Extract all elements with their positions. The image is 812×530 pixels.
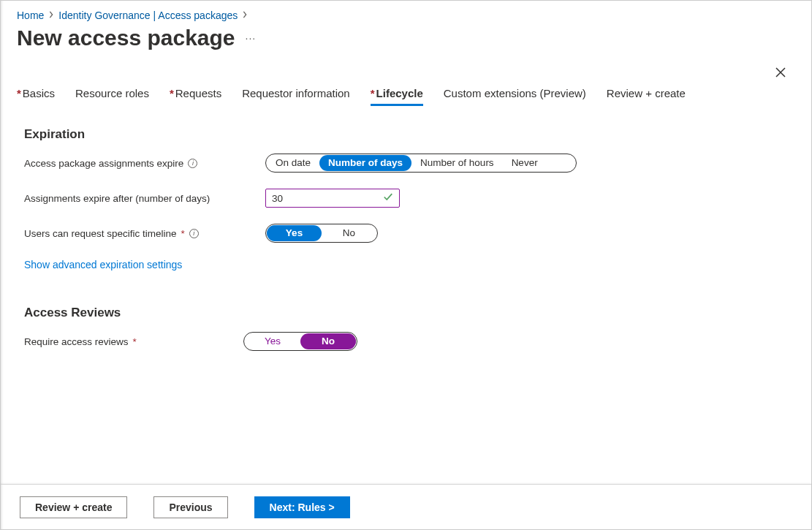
- expire-days-input[interactable]: 30: [265, 189, 400, 208]
- tab-custom-extensions[interactable]: Custom extensions (Preview): [444, 87, 586, 105]
- expire-option-number-of-hours[interactable]: Number of hours: [411, 155, 503, 171]
- more-actions-icon[interactable]: ···: [246, 32, 257, 44]
- tab-requestor-information[interactable]: Requestor information: [242, 87, 350, 105]
- breadcrumb-identity-governance[interactable]: Identity Governance | Access packages: [58, 10, 238, 21]
- page-title: New access package: [17, 26, 235, 50]
- label-require-access-reviews: Require access reviews: [24, 336, 129, 347]
- tab-requests[interactable]: *Requests: [170, 87, 221, 105]
- request-timeline-yes[interactable]: Yes: [267, 225, 322, 241]
- next-button[interactable]: Next: Rules >: [254, 496, 350, 518]
- previous-button[interactable]: Previous: [153, 496, 227, 518]
- expire-mode-group[interactable]: On date Number of days Number of hours N…: [265, 154, 577, 173]
- checkmark-icon: [383, 192, 393, 205]
- expire-option-number-of-days[interactable]: Number of days: [319, 155, 411, 171]
- chevron-right-icon: [242, 11, 248, 20]
- require-reviews-yes[interactable]: Yes: [245, 333, 300, 349]
- close-icon[interactable]: [775, 67, 786, 81]
- info-icon[interactable]: i: [189, 229, 199, 238]
- label-assignments-expire: Access package assignments expire: [24, 158, 183, 169]
- request-timeline-no[interactable]: No: [322, 225, 376, 241]
- request-timeline-toggle[interactable]: Yes No: [265, 224, 378, 243]
- expire-option-on-date[interactable]: On date: [267, 155, 319, 171]
- tab-lifecycle[interactable]: *Lifecycle: [371, 87, 423, 105]
- expire-option-never[interactable]: Never: [503, 155, 547, 171]
- info-icon[interactable]: i: [188, 159, 197, 168]
- section-access-reviews: Access Reviews: [24, 306, 797, 320]
- require-reviews-no[interactable]: No: [300, 333, 356, 349]
- tabs: *Basics Resource roles *Requests Request…: [1, 58, 811, 105]
- breadcrumb: Home Identity Governance | Access packag…: [1, 1, 811, 21]
- tab-resource-roles[interactable]: Resource roles: [75, 87, 149, 105]
- review-create-button[interactable]: Review + create: [20, 496, 127, 518]
- label-request-specific-timeline: Users can request specific timeline: [24, 228, 177, 239]
- expire-days-value: 30: [272, 193, 393, 204]
- require-access-reviews-toggle[interactable]: Yes No: [243, 332, 357, 351]
- tab-basics[interactable]: *Basics: [17, 87, 55, 105]
- breadcrumb-home[interactable]: Home: [17, 10, 44, 21]
- label-expire-after-days: Assignments expire after (number of days…: [24, 193, 210, 204]
- chevron-right-icon: [48, 11, 54, 20]
- footer: Review + create Previous Next: Rules >: [1, 484, 811, 529]
- section-expiration: Expiration: [24, 127, 797, 142]
- link-advanced-expiration[interactable]: Show advanced expiration settings: [24, 259, 182, 270]
- tab-review-create[interactable]: Review + create: [607, 87, 686, 105]
